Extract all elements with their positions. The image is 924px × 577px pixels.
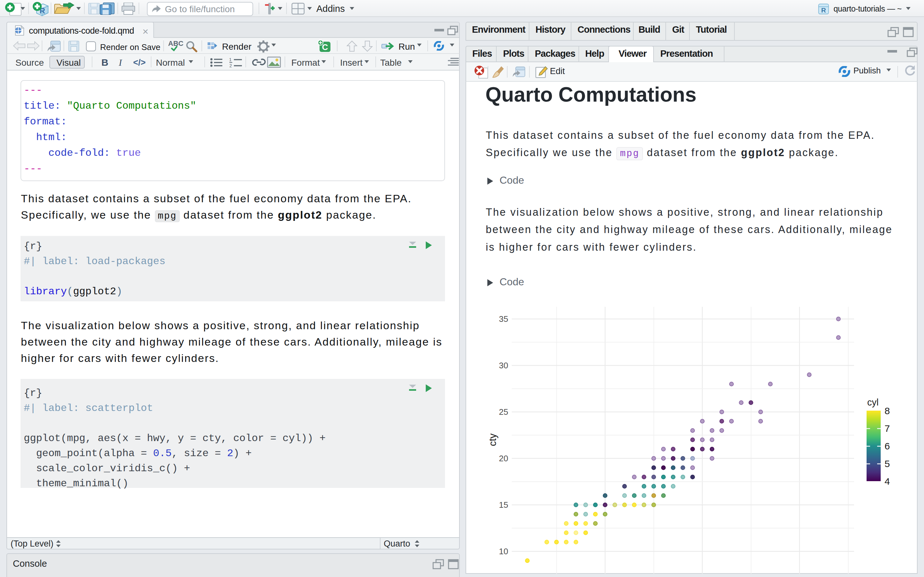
svg-text:cty: cty xyxy=(487,434,498,446)
svg-text:20: 20 xyxy=(499,454,508,463)
svg-text:15: 15 xyxy=(499,500,508,510)
svg-text:6: 6 xyxy=(885,441,890,451)
svg-text:5: 5 xyxy=(885,458,890,469)
svg-text:4: 4 xyxy=(885,476,890,487)
svg-text:25: 25 xyxy=(499,407,508,417)
svg-text:2: 2 xyxy=(229,63,232,68)
svg-text:7: 7 xyxy=(885,423,890,434)
svg-text:8: 8 xyxy=(885,406,890,416)
svg-text:10: 10 xyxy=(499,546,508,556)
svg-text:35: 35 xyxy=(499,314,508,324)
svg-text:R: R xyxy=(821,6,826,14)
svg-text:1: 1 xyxy=(229,57,232,62)
svg-text:cyl: cyl xyxy=(867,397,879,408)
svg-text:30: 30 xyxy=(499,361,508,370)
